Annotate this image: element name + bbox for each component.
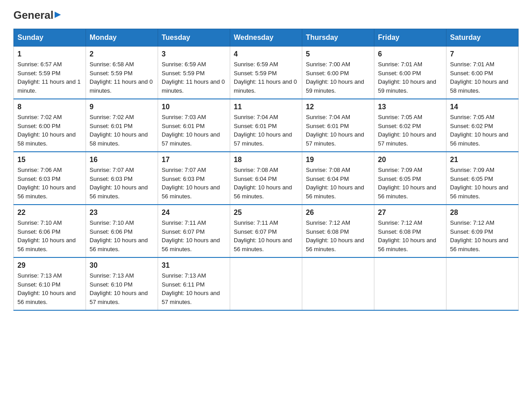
day-info: Sunrise: 7:08 AMSunset: 6:04 PMDaylight:… — [234, 166, 298, 201]
day-info: Sunrise: 7:02 AMSunset: 6:00 PMDaylight:… — [17, 113, 82, 148]
day-info: Sunrise: 6:59 AMSunset: 5:59 PMDaylight:… — [234, 60, 298, 95]
day-info: Sunrise: 7:13 AMSunset: 6:10 PMDaylight:… — [90, 271, 154, 306]
col-header-monday: Monday — [86, 29, 158, 47]
col-header-saturday: Saturday — [446, 29, 519, 47]
day-info: Sunrise: 6:58 AMSunset: 5:59 PMDaylight:… — [90, 60, 154, 95]
calendar-cell: 9Sunrise: 7:02 AMSunset: 6:01 PMDaylight… — [86, 99, 158, 152]
calendar-table: SundayMondayTuesdayWednesdayThursdayFrid… — [13, 29, 519, 311]
day-info: Sunrise: 7:12 AMSunset: 6:08 PMDaylight:… — [378, 218, 442, 253]
day-info: Sunrise: 7:01 AMSunset: 6:00 PMDaylight:… — [450, 60, 515, 95]
logo: General — [13, 9, 61, 20]
day-info: Sunrise: 7:05 AMSunset: 6:02 PMDaylight:… — [378, 113, 442, 148]
day-number: 15 — [17, 156, 82, 164]
logo-general-text: General — [13, 9, 53, 21]
day-number: 2 — [90, 50, 154, 58]
day-info: Sunrise: 7:05 AMSunset: 6:02 PMDaylight:… — [450, 113, 515, 148]
calendar-cell: 23Sunrise: 7:10 AMSunset: 6:06 PMDayligh… — [86, 205, 158, 257]
day-number: 12 — [306, 103, 370, 111]
day-number: 6 — [378, 50, 442, 58]
day-number: 24 — [162, 209, 226, 217]
day-number: 4 — [234, 50, 298, 58]
calendar-cell: 5Sunrise: 7:00 AMSunset: 6:00 PMDaylight… — [302, 47, 374, 99]
col-header-friday: Friday — [374, 29, 446, 47]
day-info: Sunrise: 7:04 AMSunset: 6:01 PMDaylight:… — [234, 113, 298, 148]
calendar-cell: 19Sunrise: 7:08 AMSunset: 6:04 PMDayligh… — [302, 152, 374, 205]
calendar-cell — [446, 257, 519, 310]
day-info: Sunrise: 7:00 AMSunset: 6:00 PMDaylight:… — [306, 60, 370, 95]
day-number: 30 — [90, 261, 154, 270]
day-number: 26 — [306, 209, 370, 217]
calendar-cell: 3Sunrise: 6:59 AMSunset: 5:59 PMDaylight… — [158, 47, 230, 99]
day-info: Sunrise: 7:13 AMSunset: 6:10 PMDaylight:… — [17, 271, 82, 306]
day-number: 27 — [378, 209, 442, 217]
day-info: Sunrise: 7:10 AMSunset: 6:06 PMDaylight:… — [90, 218, 154, 253]
day-info: Sunrise: 7:06 AMSunset: 6:03 PMDaylight:… — [17, 166, 82, 201]
day-number: 5 — [306, 50, 370, 58]
day-number: 10 — [162, 103, 226, 111]
page-header: General — [13, 9, 519, 20]
logo-triangle-icon — [55, 12, 61, 18]
day-number: 29 — [17, 261, 82, 270]
calendar-cell — [230, 257, 302, 310]
calendar-cell: 21Sunrise: 7:09 AMSunset: 6:05 PMDayligh… — [446, 152, 519, 205]
day-number: 13 — [378, 103, 442, 111]
calendar-cell: 30Sunrise: 7:13 AMSunset: 6:10 PMDayligh… — [86, 257, 158, 310]
day-info: Sunrise: 7:03 AMSunset: 6:01 PMDaylight:… — [162, 113, 226, 148]
day-number: 21 — [450, 156, 515, 164]
day-number: 1 — [17, 50, 82, 58]
calendar-cell: 22Sunrise: 7:10 AMSunset: 6:06 PMDayligh… — [14, 205, 86, 257]
calendar-cell: 28Sunrise: 7:12 AMSunset: 6:09 PMDayligh… — [446, 205, 519, 257]
calendar-cell: 24Sunrise: 7:11 AMSunset: 6:07 PMDayligh… — [158, 205, 230, 257]
calendar-cell: 18Sunrise: 7:08 AMSunset: 6:04 PMDayligh… — [230, 152, 302, 205]
day-number: 16 — [90, 156, 154, 164]
calendar-week-row: 29Sunrise: 7:13 AMSunset: 6:10 PMDayligh… — [14, 257, 519, 310]
calendar-cell: 4Sunrise: 6:59 AMSunset: 5:59 PMDaylight… — [230, 47, 302, 99]
calendar-week-row: 8Sunrise: 7:02 AMSunset: 6:00 PMDaylight… — [14, 99, 519, 152]
calendar-cell — [374, 257, 446, 310]
day-number: 8 — [17, 103, 82, 111]
day-info: Sunrise: 7:10 AMSunset: 6:06 PMDaylight:… — [17, 218, 82, 253]
calendar-cell: 13Sunrise: 7:05 AMSunset: 6:02 PMDayligh… — [374, 99, 446, 152]
day-number: 18 — [234, 156, 298, 164]
day-info: Sunrise: 7:09 AMSunset: 6:05 PMDaylight:… — [378, 166, 442, 201]
day-info: Sunrise: 7:01 AMSunset: 6:00 PMDaylight:… — [378, 60, 442, 95]
calendar-cell: 29Sunrise: 7:13 AMSunset: 6:10 PMDayligh… — [14, 257, 86, 310]
day-number: 3 — [162, 50, 226, 58]
day-number: 31 — [162, 261, 226, 270]
calendar-cell: 12Sunrise: 7:04 AMSunset: 6:01 PMDayligh… — [302, 99, 374, 152]
day-number: 28 — [450, 209, 515, 217]
day-info: Sunrise: 7:09 AMSunset: 6:05 PMDaylight:… — [450, 166, 515, 201]
calendar-cell: 6Sunrise: 7:01 AMSunset: 6:00 PMDaylight… — [374, 47, 446, 99]
day-info: Sunrise: 7:12 AMSunset: 6:08 PMDaylight:… — [306, 218, 370, 253]
day-info: Sunrise: 7:04 AMSunset: 6:01 PMDaylight:… — [306, 113, 370, 148]
calendar-cell: 14Sunrise: 7:05 AMSunset: 6:02 PMDayligh… — [446, 99, 519, 152]
day-info: Sunrise: 6:59 AMSunset: 5:59 PMDaylight:… — [162, 60, 226, 95]
day-info: Sunrise: 7:08 AMSunset: 6:04 PMDaylight:… — [306, 166, 370, 201]
day-number: 14 — [450, 103, 515, 111]
calendar-cell: 1Sunrise: 6:57 AMSunset: 5:59 PMDaylight… — [14, 47, 86, 99]
day-number: 25 — [234, 209, 298, 217]
calendar-cell: 11Sunrise: 7:04 AMSunset: 6:01 PMDayligh… — [230, 99, 302, 152]
day-info: Sunrise: 7:11 AMSunset: 6:07 PMDaylight:… — [234, 218, 298, 253]
day-number: 19 — [306, 156, 370, 164]
calendar-cell: 31Sunrise: 7:13 AMSunset: 6:11 PMDayligh… — [158, 257, 230, 310]
calendar-week-row: 15Sunrise: 7:06 AMSunset: 6:03 PMDayligh… — [14, 152, 519, 205]
day-number: 11 — [234, 103, 298, 111]
calendar-cell: 15Sunrise: 7:06 AMSunset: 6:03 PMDayligh… — [14, 152, 86, 205]
col-header-sunday: Sunday — [14, 29, 86, 47]
calendar-cell: 10Sunrise: 7:03 AMSunset: 6:01 PMDayligh… — [158, 99, 230, 152]
day-info: Sunrise: 7:11 AMSunset: 6:07 PMDaylight:… — [162, 218, 226, 253]
calendar-cell: 17Sunrise: 7:07 AMSunset: 6:03 PMDayligh… — [158, 152, 230, 205]
day-info: Sunrise: 7:02 AMSunset: 6:01 PMDaylight:… — [90, 113, 154, 148]
calendar-cell: 26Sunrise: 7:12 AMSunset: 6:08 PMDayligh… — [302, 205, 374, 257]
calendar-cell — [302, 257, 374, 310]
day-number: 17 — [162, 156, 226, 164]
calendar-cell: 20Sunrise: 7:09 AMSunset: 6:05 PMDayligh… — [374, 152, 446, 205]
calendar-cell: 7Sunrise: 7:01 AMSunset: 6:00 PMDaylight… — [446, 47, 519, 99]
col-header-wednesday: Wednesday — [230, 29, 302, 47]
calendar-cell: 16Sunrise: 7:07 AMSunset: 6:03 PMDayligh… — [86, 152, 158, 205]
day-info: Sunrise: 7:07 AMSunset: 6:03 PMDaylight:… — [162, 166, 226, 201]
calendar-week-row: 22Sunrise: 7:10 AMSunset: 6:06 PMDayligh… — [14, 205, 519, 257]
calendar-week-row: 1Sunrise: 6:57 AMSunset: 5:59 PMDaylight… — [14, 47, 519, 99]
day-info: Sunrise: 7:13 AMSunset: 6:11 PMDaylight:… — [162, 271, 226, 306]
